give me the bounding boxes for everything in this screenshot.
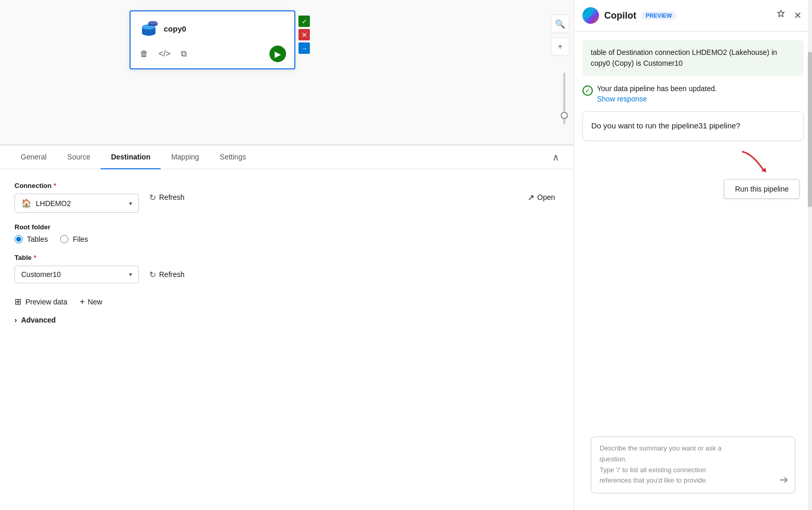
updated-check-icon: ✓	[582, 85, 593, 96]
zoom-track	[563, 72, 565, 124]
pipeline-node[interactable]: copy0 🗑 </> ⧉ ▶ ✓ ✕ →	[130, 10, 295, 69]
table-refresh-button[interactable]: ↻ Refresh	[145, 267, 189, 283]
updated-text: Your data pipeline has been updated.	[597, 84, 717, 93]
tab-general[interactable]: General	[10, 145, 57, 169]
node-header: copy0	[139, 19, 286, 38]
run-pipeline-area: Run this pipeline	[582, 149, 804, 199]
connection-required: *	[54, 182, 56, 190]
copilot-preview-badge: PREVIEW	[642, 11, 676, 20]
pin-button[interactable]	[774, 8, 788, 24]
copilot-input-wrapper: Describe the summary you want or ask a q…	[574, 436, 812, 510]
copilot-send-button[interactable]	[778, 475, 789, 488]
tab-source[interactable]: Source	[57, 145, 101, 169]
left-panel: copy0 🗑 </> ⧉ ▶ ✓ ✕ → 🔍 +	[0, 0, 574, 510]
collapse-button[interactable]: ∧	[548, 148, 563, 167]
zoom-thumb[interactable]	[561, 112, 568, 119]
tab-settings[interactable]: Settings	[209, 145, 257, 169]
copilot-question-bubble: Do you want to run the pipeline31 pipeli…	[582, 111, 804, 141]
copilot-header-actions: ✕	[774, 8, 804, 24]
svg-point-5	[148, 21, 158, 25]
status-x-icon: ✕	[298, 29, 310, 40]
connection-left: Connection * 🏠 LHDEMO2 ▾ ↻ Refresh	[15, 182, 189, 213]
delete-button[interactable]: 🗑	[139, 48, 149, 60]
advanced-chevron-icon: ›	[15, 316, 17, 324]
canvas-area: copy0 🗑 </> ⧉ ▶ ✓ ✕ → 🔍 +	[0, 0, 574, 145]
search-tool-button[interactable]: 🔍	[551, 14, 569, 33]
preview-data-button[interactable]: ⊞ Preview data	[15, 294, 67, 310]
node-title: copy0	[164, 24, 186, 33]
connection-select[interactable]: 🏠 LHDEMO2 ▾	[15, 194, 139, 213]
table-required: *	[34, 254, 36, 261]
copilot-input-area[interactable]: Describe the summary you want or ask a q…	[591, 436, 795, 493]
canvas-toolbar: 🔍 +	[547, 10, 574, 60]
connection-field-block: Connection * 🏠 LHDEMO2 ▾	[15, 182, 139, 213]
files-radio[interactable]	[60, 235, 68, 243]
copilot-updated-status: ✓ Your data pipeline has been updated. S…	[582, 84, 804, 103]
connection-refresh-button[interactable]: ↻ Refresh	[145, 190, 189, 206]
connection-select-icon: 🏠	[21, 198, 32, 208]
right-scrollbar[interactable]	[808, 0, 812, 510]
tab-destination[interactable]: Destination	[101, 145, 161, 169]
table-dropdown-arrow: ▾	[129, 271, 132, 278]
copilot-logo	[582, 7, 599, 24]
node-status-icons: ✓ ✕ →	[298, 16, 310, 54]
new-button[interactable]: + New	[80, 294, 102, 310]
config-panel: General Source Destination Mapping Setti…	[0, 145, 574, 510]
table-label: Table *	[15, 254, 559, 261]
close-button[interactable]: ✕	[792, 8, 804, 24]
copilot-title: Copilot	[604, 10, 636, 21]
run-node-button[interactable]: ▶	[269, 46, 286, 62]
radio-group: Tables Files	[15, 235, 559, 243]
preview-icon: ⊞	[15, 297, 21, 307]
config-body: Connection * 🏠 LHDEMO2 ▾ ↻ Refresh	[0, 169, 574, 337]
zoom-control	[563, 72, 565, 124]
open-button[interactable]: ↗ Open	[523, 190, 559, 206]
table-select[interactable]: Customer10 ▾	[15, 266, 139, 283]
right-panel: Copilot PREVIEW ✕ table of Destination c…	[574, 0, 812, 510]
table-row: Customer10 ▾ ↻ Refresh	[15, 266, 559, 283]
zoom-in-button[interactable]: +	[551, 37, 569, 56]
connection-label: Connection *	[15, 182, 139, 190]
advanced-section[interactable]: › Advanced	[15, 316, 559, 324]
copilot-messages: table of Destination connection LHDEMO2 …	[574, 32, 812, 436]
tables-radio-label[interactable]: Tables	[15, 235, 48, 243]
tables-radio[interactable]	[15, 235, 23, 243]
tab-mapping[interactable]: Mapping	[161, 145, 209, 169]
connection-group: Connection * 🏠 LHDEMO2 ▾ ↻ Refresh	[15, 182, 559, 213]
table-select-value: Customer10	[21, 270, 125, 279]
refresh-icon: ↻	[149, 193, 156, 202]
red-arrow-icon	[737, 149, 768, 175]
arrow-area	[737, 149, 800, 175]
message-text: table of Destination connection LHDEMO2 …	[591, 48, 777, 67]
tables-radio-text: Tables	[27, 235, 48, 243]
connection-select-value: LHDEMO2	[36, 199, 125, 208]
copilot-message-bubble: table of Destination connection LHDEMO2 …	[582, 40, 804, 76]
question-text: Do you want to run the pipeline31 pipeli…	[591, 121, 740, 130]
show-response-link[interactable]: Show response	[597, 95, 717, 103]
copy-button[interactable]: ⧉	[180, 48, 188, 60]
table-group: Table * Customer10 ▾ ↻ Refresh	[15, 254, 559, 283]
copilot-input-placeholder: Describe the summary you want or ask a q…	[600, 443, 787, 486]
config-tabs: General Source Destination Mapping Setti…	[0, 145, 574, 169]
open-external-icon: ↗	[528, 193, 534, 202]
root-folder-label: Root folder	[15, 223, 559, 231]
bottom-actions: ⊞ Preview data + New	[15, 294, 559, 310]
files-radio-text: Files	[73, 235, 88, 243]
root-folder-group: Root folder Tables Files	[15, 223, 559, 243]
node-actions: 🗑 </> ⧉ ▶	[139, 46, 286, 62]
connection-row: Connection * 🏠 LHDEMO2 ▾ ↻ Refresh	[15, 182, 559, 213]
connection-dropdown-arrow: ▾	[129, 200, 132, 207]
files-radio-label[interactable]: Files	[60, 235, 88, 243]
copilot-header: Copilot PREVIEW ✕	[574, 0, 812, 32]
code-button[interactable]: </>	[158, 48, 172, 60]
status-arrow-icon: →	[298, 42, 310, 54]
new-plus-icon: +	[80, 297, 84, 307]
node-db-icon	[139, 19, 159, 38]
right-scrollbar-thumb[interactable]	[808, 52, 812, 207]
status-check-icon: ✓	[298, 16, 310, 27]
table-refresh-icon: ↻	[149, 270, 156, 280]
updated-text-block: Your data pipeline has been updated. Sho…	[597, 84, 717, 103]
run-pipeline-button[interactable]: Run this pipeline	[724, 179, 800, 199]
